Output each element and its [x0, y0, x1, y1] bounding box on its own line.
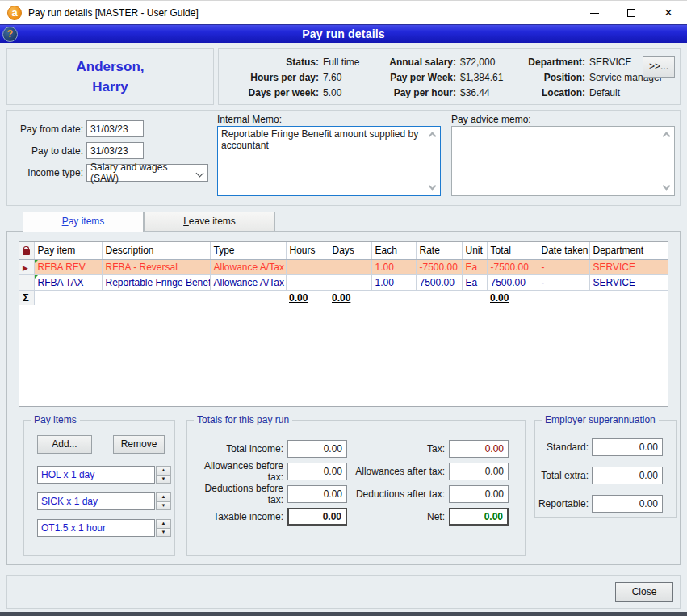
col-description[interactable]: Description — [102, 242, 210, 259]
cell-days — [329, 259, 371, 274]
quick-item-ot-stepper: ▲ ▼ — [156, 519, 171, 537]
pay-dates-panel: Pay from date: Pay to date: Income type:… — [6, 110, 681, 206]
add-button[interactable]: Add... — [37, 435, 92, 454]
deductions-before-tax-label: Deductions before tax: — [191, 483, 287, 505]
pay-to-date-input[interactable] — [86, 142, 144, 159]
pay-from-date-input[interactable] — [86, 120, 144, 137]
standard-label: Standard: — [537, 442, 592, 453]
income-type-select[interactable]: Salary and wages (SAW) — [86, 164, 208, 182]
app-icon: a — [7, 6, 22, 20]
spinner-down-icon[interactable]: ▼ — [156, 476, 171, 484]
cell-hours — [286, 274, 329, 290]
internal-memo-label: Internal Memo: — [217, 114, 282, 125]
tab-pay-items[interactable]: Pay items — [23, 212, 144, 232]
spinner-up-icon[interactable]: ▲ — [156, 519, 171, 529]
cell-total: 7500.00 — [487, 274, 538, 290]
location-value: Default — [585, 86, 620, 101]
income-type-label: Income type: — [10, 167, 83, 178]
spinner-up-icon[interactable]: ▲ — [156, 466, 171, 476]
quick-item-hol-stepper: ▲ ▼ — [156, 466, 171, 484]
sum-hours: 0.00 — [289, 292, 308, 304]
employer-superannuation-title: Employer superannuation — [542, 414, 659, 425]
col-each[interactable]: Each — [371, 242, 416, 259]
reportable-field[interactable] — [592, 495, 663, 513]
scroll-down-icon[interactable] — [664, 184, 670, 191]
quick-item-hol-input[interactable] — [37, 466, 155, 484]
minimize-button[interactable] — [576, 1, 613, 25]
table-row-rfba-rev[interactable]: ▶ RFBA REV RFBA - Reversal Allowance A/T… — [19, 259, 668, 274]
col-days[interactable]: Days — [329, 242, 371, 259]
total-extra-field[interactable] — [592, 467, 663, 484]
col-date-taken[interactable]: Date taken — [538, 242, 589, 259]
employee-info-col3: Department:SERVICE Position:Service mana… — [467, 55, 663, 101]
spinner-down-icon[interactable]: ▼ — [156, 502, 171, 511]
internal-memo-box: Reportable Fringe Benefit amount supplie… — [217, 126, 441, 196]
net-label: Net: — [352, 511, 449, 522]
col-type[interactable]: Type — [210, 242, 286, 259]
footer-panel: Close — [6, 575, 681, 609]
taxable-income-label: Taxable income: — [191, 511, 287, 522]
total-extra-label: Total extra: — [537, 470, 592, 481]
deductions-after-tax-field[interactable] — [449, 485, 509, 503]
taxable-income-field[interactable] — [287, 508, 347, 526]
total-income-field[interactable] — [287, 440, 347, 458]
pay-advice-memo-label: Pay advice memo: — [451, 114, 531, 125]
col-hours[interactable]: Hours — [286, 242, 329, 259]
more-details-button[interactable]: >>... — [643, 56, 675, 78]
chevron-down-icon — [196, 170, 204, 178]
cell-edited-marker — [35, 260, 38, 263]
quick-item-ot-input[interactable] — [37, 519, 155, 537]
cell-date-taken: - — [538, 259, 589, 274]
employee-name-line2: Harry — [92, 77, 128, 97]
cell-unit: Ea — [462, 274, 487, 290]
scroll-up-icon[interactable] — [429, 132, 436, 138]
total-income-label: Total income: — [191, 443, 287, 455]
close-button[interactable]: Close — [615, 582, 673, 602]
tax-field[interactable] — [449, 440, 509, 458]
spinner-down-icon[interactable]: ▼ — [156, 529, 171, 538]
tab-leave-items[interactable]: Leave items — [144, 212, 275, 231]
pay-per-hour-label: Pay per hour: — [338, 86, 456, 101]
title-bar: a Pay run details [MASTER - User Guide] … — [0, 0, 687, 24]
cell-description: Reportable Fringe Benefit — [102, 274, 210, 290]
pay-advice-memo-input[interactable] — [452, 127, 674, 195]
income-type-value: Salary and wages (SAW) — [90, 161, 191, 184]
col-rate[interactable]: Rate — [416, 242, 462, 259]
allowances-before-tax-field[interactable] — [287, 463, 347, 480]
window-border-bottom — [0, 612, 687, 616]
pay-items-tab-page: Pay item Description Type Hours Days Eac… — [6, 231, 681, 565]
allowances-after-tax-label: Allowances after tax: — [352, 466, 449, 477]
col-department[interactable]: Department — [589, 242, 668, 259]
spinner-up-icon[interactable]: ▲ — [156, 492, 171, 502]
row-indicator — [19, 274, 34, 290]
table-row-rfba-tax[interactable]: RFBA TAX Reportable Fringe Benefit Allow… — [19, 274, 668, 290]
scroll-down-icon[interactable] — [429, 184, 436, 191]
cell-each: 1.00 — [371, 259, 416, 274]
employer-superannuation-group: Employer superannuation Standard: Total … — [534, 414, 677, 518]
col-unit[interactable]: Unit — [462, 242, 487, 259]
scroll-up-icon[interactable] — [664, 132, 670, 138]
deductions-before-tax-field[interactable] — [287, 485, 347, 503]
cell-date-taken: - — [538, 274, 589, 290]
quick-item-sick-input[interactable] — [37, 492, 155, 510]
dialog-title: Pay run details — [302, 27, 385, 40]
cell-hours — [286, 259, 329, 274]
cell-type: Allowance A/Tax — [210, 259, 286, 274]
maximize-button[interactable] — [613, 1, 650, 25]
dialog-header: ? Pay run details — [0, 24, 687, 43]
pay-items-group-title: Pay items — [31, 414, 80, 425]
sum-total: 0.00 — [490, 292, 509, 304]
cell-edited-marker — [35, 275, 38, 279]
col-total[interactable]: Total — [487, 242, 538, 259]
standard-field[interactable] — [592, 438, 663, 456]
help-icon[interactable]: ? — [2, 27, 18, 42]
close-window-button[interactable]: × — [650, 1, 687, 25]
net-field[interactable] — [449, 508, 509, 526]
pay-to-date-label: Pay to date: — [10, 145, 83, 157]
col-pay-item[interactable]: Pay item — [34, 242, 102, 259]
allowances-after-tax-field[interactable] — [449, 463, 509, 480]
cell-department: SERVICE — [589, 259, 668, 274]
internal-memo-input[interactable]: Reportable Fringe Benefit amount supplie… — [218, 127, 440, 195]
table-sum-row: Σ 0.00 0.00 0.00 — [19, 290, 668, 305]
remove-button[interactable]: Remove — [113, 435, 165, 454]
